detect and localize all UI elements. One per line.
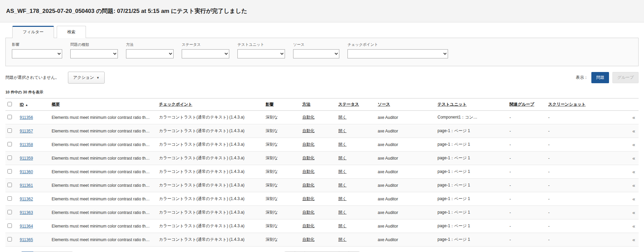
issue-method[interactable]: 自動化 [302,128,315,133]
view-groups-button[interactable]: グループ [612,72,639,83]
issue-screenshot: - [546,165,603,179]
column-header-summary[interactable]: 概要 [52,102,60,107]
issue-status[interactable]: 開く [338,223,346,228]
issue-method[interactable]: 自動化 [302,142,315,147]
row-checkbox[interactable] [7,237,12,241]
issue-related-group: - [507,151,546,165]
issue-status[interactable]: 開く [338,142,346,147]
issue-id-link[interactable]: 911357 [20,129,33,133]
row-checkbox[interactable] [7,183,12,187]
row-checkbox[interactable] [7,128,12,133]
filter-issue-type-select[interactable] [70,49,118,58]
issue-method[interactable]: 自動化 [302,169,315,174]
issue-screenshot: - [546,192,603,206]
issue-summary: Elements must meet minimum color contras… [50,111,157,124]
table-row: 911358 Elements must meet minimum color … [5,138,639,151]
filter-impact-select[interactable] [12,49,62,58]
issue-id-link[interactable]: 911359 [20,156,33,161]
issue-method[interactable]: 自動化 [302,156,315,160]
expand-row-icon[interactable]: « [632,128,635,134]
filter-issue-type-label: 問題の種類 [70,42,118,47]
issue-status[interactable]: 開く [338,128,346,133]
column-header-id[interactable]: ID [20,102,24,107]
issue-id-link[interactable]: 911364 [20,224,33,229]
row-checkbox[interactable] [7,169,12,174]
filter-method-select[interactable] [126,49,174,58]
row-checkbox[interactable] [7,142,12,146]
issue-id-link[interactable]: 911363 [20,210,33,215]
action-button[interactable]: アクション ▼ [68,72,104,84]
view-issues-button[interactable]: 問題 [591,72,609,83]
filter-checkpoint-select[interactable] [347,49,448,58]
tab-filter[interactable]: フィルター [12,26,54,38]
filter-test-unit-select[interactable] [237,49,285,58]
expand-row-icon[interactable]: « [632,182,635,188]
issue-related-group: - [507,138,546,151]
row-checkbox[interactable] [7,210,12,214]
issues-table: ID▲ 概要 チェックポイント 影響 方法 ステータス ソース テストユニット … [5,98,639,247]
issue-status[interactable]: 開く [338,210,346,215]
expand-row-icon[interactable]: « [632,223,635,229]
issue-summary: Elements must meet minimum color contras… [50,233,157,247]
filter-source-select[interactable] [293,49,339,58]
column-header-method[interactable]: 方法 [302,102,310,107]
issue-method[interactable]: 自動化 [302,237,315,242]
select-all-checkbox[interactable] [7,102,12,106]
issue-status[interactable]: 開く [338,115,346,120]
issue-test-unit: page-1：ページ 1 [435,151,507,165]
column-header-impact[interactable]: 影響 [266,102,274,107]
issue-summary: Elements must meet minimum color contras… [50,165,157,179]
page-header: AS_WF_178_2025-07-20_050403 の問題: 07/21/2… [0,0,644,22]
expand-row-icon[interactable]: « [632,169,635,175]
issue-method[interactable]: 自動化 [302,183,315,187]
issue-source: axe Auditor [376,219,435,233]
issue-status[interactable]: 開く [338,196,346,201]
column-header-source[interactable]: ソース [378,102,390,107]
issue-checkpoint: カラーコントラスト(通常のテキスト) (1.4.3.a) [157,151,264,165]
expand-row-icon[interactable]: « [632,210,635,215]
issue-method[interactable]: 自動化 [302,223,315,228]
expand-row-icon[interactable]: « [632,114,635,120]
issue-id-link[interactable]: 911360 [20,169,33,174]
issue-id-link[interactable]: 911365 [20,237,33,242]
row-checkbox[interactable] [7,223,12,228]
row-checkbox[interactable] [7,196,12,201]
column-header-related-group[interactable]: 関連グループ [509,102,534,107]
issue-source: axe Auditor [376,165,435,179]
issue-related-group: - [507,206,546,219]
column-header-screenshot[interactable]: スクリーンショット [548,102,586,107]
issue-id-link[interactable]: 911356 [20,115,33,120]
row-checkbox[interactable] [7,156,12,160]
issue-id-link[interactable]: 911361 [20,183,33,188]
tab-search[interactable]: 検索 [57,26,86,38]
column-header-checkpoint[interactable]: チェックポイント [159,102,192,107]
issue-related-group: - [507,165,546,179]
issue-id-link[interactable]: 911358 [20,142,33,147]
row-checkbox[interactable] [7,115,12,119]
issue-method[interactable]: 自動化 [302,115,315,120]
filter-status-select[interactable] [182,49,229,58]
issue-impact: 深刻な [264,111,300,124]
issue-source: axe Auditor [376,233,435,247]
expand-row-icon[interactable]: « [632,155,635,161]
issue-id-link[interactable]: 911362 [20,197,33,201]
issue-status[interactable]: 開く [338,237,346,242]
issue-status[interactable]: 開く [338,169,346,174]
issue-checkpoint: カラーコントラスト(通常のテキスト) (1.4.3.a) [157,124,264,138]
issue-summary: Elements must meet minimum color contras… [50,206,157,219]
issue-status[interactable]: 開く [338,183,346,187]
issue-status[interactable]: 開く [338,156,346,160]
column-header-test-unit[interactable]: テストユニット [437,102,467,107]
sort-asc-icon: ▲ [25,103,28,107]
issue-impact: 深刻な [264,124,300,138]
issue-source: axe Auditor [376,124,435,138]
issue-screenshot: - [546,233,603,247]
expand-row-icon[interactable]: « [632,142,635,147]
issue-method[interactable]: 自動化 [302,196,315,201]
column-header-status[interactable]: ステータス [338,102,359,107]
issue-source: axe Auditor [376,151,435,165]
expand-row-icon[interactable]: « [632,237,635,242]
expand-row-icon[interactable]: « [632,196,635,202]
filter-checkpoint: チェックポイント [347,42,448,58]
issue-method[interactable]: 自動化 [302,210,315,215]
